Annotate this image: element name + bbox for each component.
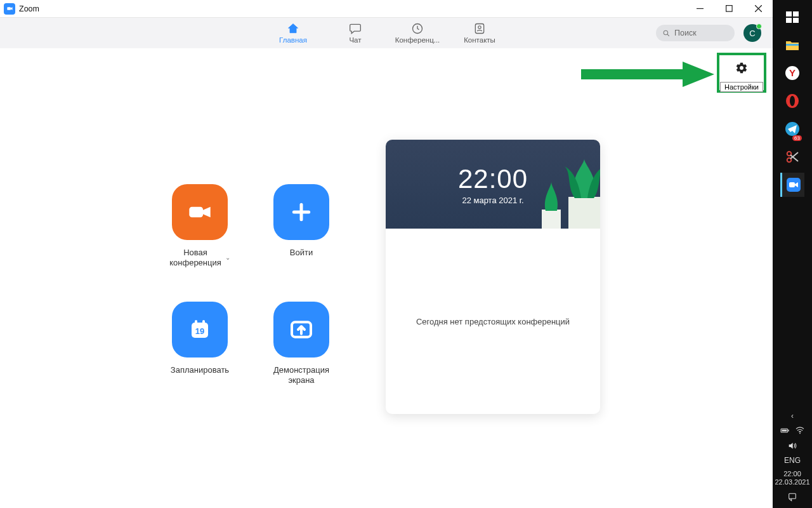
action-grid: Новая конференция ⌄ Войти 19 Запланирова…	[146, 184, 349, 385]
panel-body: Сегодня нет предстоящих конференций	[386, 229, 600, 414]
svg-rect-35	[789, 182, 795, 187]
video-icon	[187, 199, 213, 225]
svg-point-7	[478, 26, 481, 29]
notifications-icon[interactable]	[787, 491, 797, 502]
settings-button[interactable]	[735, 62, 748, 77]
svg-line-9	[667, 34, 669, 36]
svg-rect-24	[786, 18, 792, 23]
clock-icon	[411, 22, 424, 35]
annotation-arrow	[581, 62, 714, 87]
calendar-icon: 19	[187, 317, 213, 342]
zoom-app-icon	[4, 3, 15, 15]
action-share: Демонстрация экрана	[254, 302, 349, 386]
tabs: Главная Чат Конференц... Контакты	[268, 22, 504, 44]
settings-highlight: Настройки	[717, 53, 766, 93]
chat-icon	[349, 22, 362, 35]
svg-text:Y: Y	[789, 67, 796, 78]
no-meetings-text: Сегодня нет предстоящих конференций	[416, 317, 570, 326]
new-meeting-button[interactable]	[172, 184, 228, 240]
svg-rect-40	[789, 493, 796, 498]
system-tray: ‹ ENG 22:00 22.03.2021	[775, 411, 809, 508]
tab-contacts[interactable]: Контакты	[455, 22, 504, 44]
tab-home-label: Главная	[279, 36, 307, 44]
svg-rect-2	[726, 6, 732, 12]
schedule-button[interactable]: 19	[172, 302, 228, 358]
telegram-icon	[785, 121, 800, 137]
avatar[interactable]: C	[743, 24, 761, 42]
share-button[interactable]	[273, 302, 329, 358]
windows-icon	[785, 10, 800, 25]
svg-rect-37	[788, 429, 789, 431]
home-icon	[287, 22, 299, 35]
share-screen-icon	[289, 317, 314, 342]
new-meeting-label: Новая конференция	[169, 248, 221, 269]
start-button[interactable]	[780, 5, 804, 29]
tray-expand[interactable]: ‹	[791, 411, 794, 420]
opera-icon	[785, 93, 800, 109]
svg-marker-11	[683, 62, 714, 87]
svg-rect-23	[793, 11, 799, 17]
explorer-button[interactable]	[780, 33, 804, 57]
plus-icon	[289, 199, 314, 225]
tray-time: 22:00	[783, 470, 801, 478]
action-schedule: 19 Запланировать	[146, 302, 254, 386]
close-button[interactable]	[743, 0, 773, 17]
titlebar: Zoom	[0, 0, 773, 18]
tab-meetings[interactable]: Конференц...	[393, 22, 442, 44]
maximize-button[interactable]	[714, 0, 743, 17]
svg-rect-20	[568, 197, 600, 229]
yandex-icon: Y	[785, 65, 800, 81]
wifi-icon[interactable]	[795, 425, 805, 436]
meetings-panel: 22:00 22 марта 2021 г. Сегодня нет предс…	[386, 140, 600, 414]
svg-rect-10	[581, 69, 683, 79]
tab-chat[interactable]: Чат	[331, 22, 380, 44]
volume-icon[interactable]	[787, 441, 797, 451]
minimize-button[interactable]	[685, 0, 714, 17]
windows-taskbar: Y 63 ‹ ENG 22:00 22.03.2021	[773, 0, 812, 508]
contacts-icon	[473, 22, 486, 35]
plant-decoration-icon	[533, 178, 570, 229]
content: Настройки Новая конференция ⌄ Войти	[0, 48, 773, 508]
svg-rect-0	[7, 7, 11, 10]
snip-button[interactable]	[780, 145, 804, 169]
panel-date: 22 марта 2021 г.	[462, 196, 523, 205]
panel-time: 22:00	[458, 164, 528, 194]
svg-rect-25	[793, 18, 799, 23]
join-label: Войти	[290, 248, 313, 258]
zoom-taskbar-button[interactable]	[780, 173, 804, 197]
zoom-icon	[786, 177, 801, 192]
action-new-meeting: Новая конференция ⌄	[146, 184, 254, 269]
svg-rect-21	[542, 210, 561, 229]
svg-text:19: 19	[195, 326, 204, 336]
tray-lang[interactable]: ENG	[784, 456, 801, 465]
tab-chat-label: Чат	[349, 36, 361, 44]
presence-dot-icon	[756, 23, 762, 29]
tab-meetings-label: Конференц...	[395, 36, 440, 44]
gear-icon	[735, 62, 748, 74]
join-button[interactable]	[273, 184, 329, 240]
window-title: Zoom	[19, 4, 39, 13]
zoom-window: Zoom Главная Чат Конференц... Контакт	[0, 0, 773, 508]
camera-icon	[6, 5, 13, 12]
share-label: Демонстрация экрана	[273, 365, 329, 386]
tab-contacts-label: Контакты	[464, 36, 495, 44]
svg-rect-22	[786, 11, 792, 17]
tray-clock[interactable]: 22:00 22.03.2021	[775, 470, 809, 486]
chevron-down-icon[interactable]: ⌄	[225, 254, 230, 261]
svg-rect-38	[782, 429, 787, 431]
scissors-icon	[785, 149, 800, 164]
svg-point-8	[664, 30, 668, 35]
folder-icon	[785, 37, 800, 53]
schedule-label: Запланировать	[171, 365, 229, 375]
avatar-initial: C	[749, 29, 755, 38]
battery-icon[interactable]	[780, 425, 790, 436]
svg-rect-12	[189, 207, 203, 218]
settings-tooltip: Настройки	[720, 82, 763, 92]
header: Главная Чат Конференц... Контакты Поиск …	[0, 18, 773, 48]
search-input[interactable]: Поиск	[656, 25, 735, 41]
telegram-button[interactable]: 63	[780, 117, 804, 141]
svg-rect-16	[195, 320, 197, 325]
tab-home[interactable]: Главная	[268, 22, 318, 44]
opera-button[interactable]	[780, 89, 804, 113]
yandex-button[interactable]: Y	[780, 61, 804, 85]
